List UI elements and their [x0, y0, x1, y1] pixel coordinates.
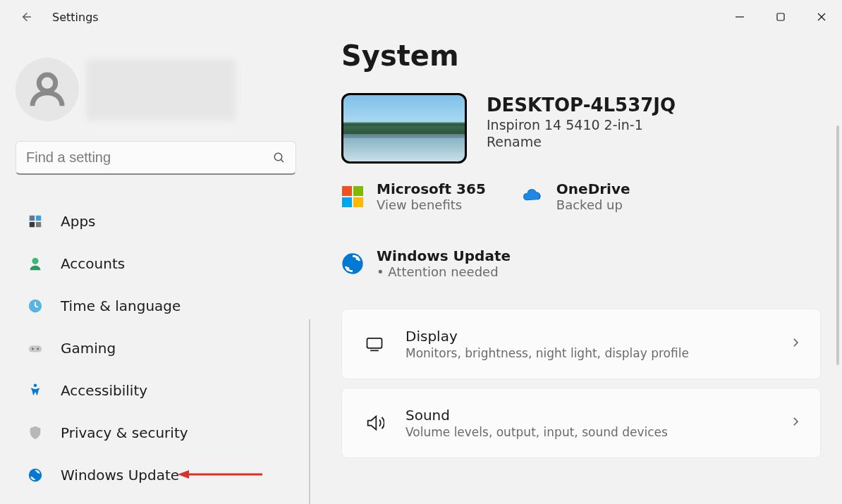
- status-sub: • Attention needed: [377, 264, 511, 279]
- svg-rect-21: [367, 338, 382, 348]
- device-model: Inspiron 14 5410 2-in-1: [487, 117, 676, 133]
- profile-block[interactable]: [16, 58, 298, 121]
- chevron-right-icon: [789, 415, 802, 431]
- maximize-button[interactable]: [760, 3, 801, 31]
- sidebar-item-label: Apps: [61, 213, 96, 230]
- main-scrollbar[interactable]: [836, 125, 839, 365]
- sidebar-item-label: Gaming: [61, 340, 116, 357]
- status-sub: Backed up: [556, 197, 630, 212]
- status-sub: View benefits: [377, 197, 486, 212]
- desktop-wallpaper-thumb: [341, 93, 467, 164]
- sidebar-item-label: Privacy & security: [61, 424, 188, 441]
- apps-icon: [25, 211, 45, 231]
- back-button[interactable]: [16, 6, 38, 28]
- search-icon: [273, 152, 286, 164]
- chevron-right-icon: [789, 336, 802, 352]
- sidebar-item-gaming[interactable]: Gaming: [16, 330, 298, 367]
- sidebar-item-accessibility[interactable]: Accessibility: [16, 372, 298, 409]
- status-title: Windows Update: [377, 247, 511, 264]
- svg-point-5: [274, 153, 282, 161]
- svg-point-16: [34, 383, 37, 387]
- device-block: DESKTOP-4L537JQ Inspiron 14 5410 2-in-1 …: [341, 93, 821, 164]
- svg-point-15: [37, 348, 39, 350]
- shield-icon: [25, 423, 45, 443]
- svg-rect-10: [36, 222, 41, 227]
- sidebar-item-time-language[interactable]: Time & language: [16, 288, 298, 324]
- sidebar: Apps Accounts Time & language Gaming: [0, 34, 310, 504]
- sidebar-item-label: Time & language: [61, 297, 181, 314]
- page-title: System: [341, 39, 821, 72]
- setting-card-sound[interactable]: Sound Volume levels, output, input, soun…: [341, 388, 821, 458]
- svg-rect-1: [777, 13, 784, 20]
- svg-point-14: [32, 348, 34, 350]
- rename-link[interactable]: Rename: [487, 134, 542, 149]
- update-icon: [341, 252, 364, 275]
- time-icon: [25, 296, 45, 316]
- onedrive-icon: [521, 185, 544, 208]
- minimize-button[interactable]: [719, 3, 760, 31]
- svg-point-11: [32, 258, 38, 264]
- svg-line-6: [281, 159, 283, 162]
- sidebar-item-accounts[interactable]: Accounts: [16, 245, 298, 282]
- avatar: [16, 58, 79, 121]
- window-title: Settings: [52, 11, 99, 24]
- status-windows-update[interactable]: Windows Update • Attention needed: [341, 247, 821, 279]
- card-sub: Volume levels, output, input, sound devi…: [405, 425, 789, 439]
- search-input[interactable]: [26, 149, 273, 166]
- annotation-arrow: [178, 467, 262, 484]
- sidebar-item-apps[interactable]: Apps: [16, 203, 298, 240]
- close-button[interactable]: [801, 3, 842, 31]
- accounts-icon: [25, 254, 45, 273]
- status-title: Microsoft 365: [377, 180, 486, 197]
- main-panel: System DESKTOP-4L537JQ Inspiron 14 5410 …: [310, 34, 842, 504]
- svg-point-4: [39, 75, 55, 91]
- status-microsoft-365[interactable]: Microsoft 365 View benefits: [341, 180, 486, 212]
- setting-card-display[interactable]: Display Monitors, brightness, night ligh…: [341, 309, 821, 379]
- sound-icon: [360, 413, 389, 433]
- status-onedrive[interactable]: OneDrive Backed up: [521, 180, 630, 212]
- status-title: OneDrive: [556, 180, 630, 197]
- svg-rect-9: [30, 222, 35, 227]
- sidebar-item-label: Windows Update: [61, 467, 179, 484]
- sidebar-item-windows-update[interactable]: Windows Update: [16, 457, 298, 493]
- card-title: Sound: [405, 407, 789, 424]
- svg-point-17: [29, 469, 42, 481]
- sidebar-item-privacy-security[interactable]: Privacy & security: [16, 414, 298, 451]
- sidebar-item-label: Accessibility: [61, 382, 147, 399]
- svg-rect-13: [29, 345, 42, 352]
- window-controls: [719, 3, 842, 31]
- gaming-icon: [25, 338, 45, 358]
- update-icon: [25, 465, 45, 485]
- device-name: DESKTOP-4L537JQ: [487, 94, 676, 116]
- svg-marker-19: [178, 470, 189, 479]
- profile-name-redacted: [86, 59, 236, 120]
- svg-rect-7: [30, 216, 35, 221]
- search-box[interactable]: [16, 141, 296, 175]
- titlebar: Settings: [0, 0, 842, 34]
- accessibility-icon: [25, 381, 45, 400]
- microsoft-logo-icon: [341, 185, 364, 208]
- card-title: Display: [405, 328, 789, 345]
- svg-rect-8: [36, 216, 41, 221]
- display-icon: [360, 334, 389, 354]
- sidebar-item-label: Accounts: [61, 255, 125, 272]
- card-sub: Monitors, brightness, night light, displ…: [405, 346, 789, 360]
